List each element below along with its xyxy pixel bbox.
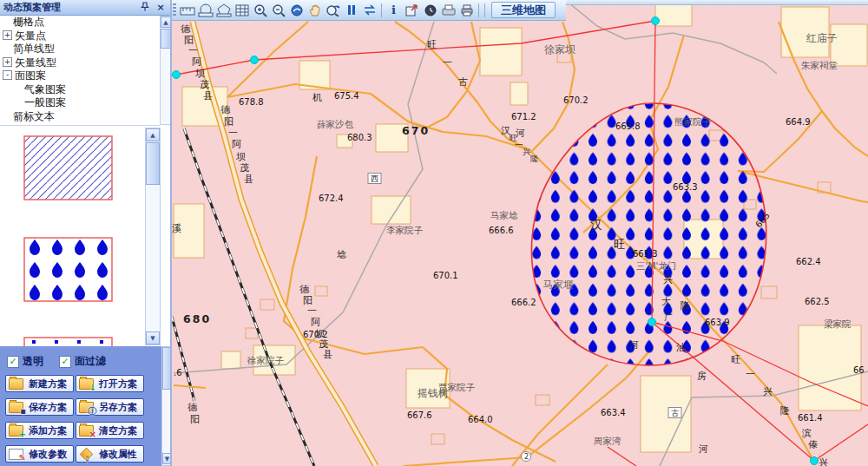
button-修改属性[interactable]: ✎修改属性 [76, 445, 144, 463]
button-保存方案[interactable]: ▪保存方案 [5, 398, 74, 416]
map-label: 663.9 [705, 318, 730, 327]
measure-area-icon[interactable] [196, 2, 214, 18]
measure-distance-icon[interactable] [178, 2, 196, 18]
tree-item-矢量点[interactable]: +矢量点 [0, 30, 160, 43]
tree-item-矢量线型[interactable]: +矢量线型 [0, 56, 160, 70]
grid-icon[interactable] [233, 2, 251, 18]
zoom-previous-icon[interactable] [324, 2, 342, 18]
plan-vertex[interactable] [652, 17, 660, 25]
map-label: 665.8 [615, 121, 641, 131]
map-label: 徐家坝 [544, 43, 575, 56]
plan-vertex[interactable] [648, 318, 656, 326]
checkbox-透明[interactable]: ✓透明 [7, 354, 43, 369]
map-label: 徐家院子 [247, 355, 285, 365]
button-新建方案[interactable]: 新建方案 [5, 375, 74, 392]
tree-item-label: 矢量点 [15, 30, 46, 42]
pin-icon[interactable] [139, 2, 151, 14]
map-label: 663.3 [673, 182, 698, 192]
clock-icon[interactable] [421, 2, 439, 18]
map-label: 兴 [663, 274, 673, 286]
map-label: 熊家院子 [674, 116, 712, 127]
pattern-scroll-thumb[interactable] [146, 142, 160, 185]
collapse-icon[interactable]: - [3, 70, 12, 80]
expand-icon[interactable]: + [3, 57, 12, 67]
folder-icon: × [79, 425, 94, 436]
map-label: 李家院子 [386, 225, 424, 235]
plan-vertex[interactable] [811, 457, 819, 465]
pattern-diagonal-hatch[interactable] [23, 135, 113, 204]
checkbox-box[interactable]: ✓ [59, 356, 71, 368]
pan-hand-icon[interactable] [306, 2, 324, 18]
checkbox-面过滤[interactable]: ✓面过滤 [59, 354, 106, 369]
expand-icon[interactable]: + [3, 30, 12, 40]
pause-icon[interactable] [342, 2, 360, 18]
map-label: 大 [661, 296, 671, 307]
tree-item-气象图案[interactable]: 气象图案 [0, 83, 160, 97]
tree-item-label: 栅格点 [13, 16, 44, 28]
scroll-down-icon[interactable]: ▼ [146, 331, 160, 345]
button-label: 添加方案 [24, 424, 71, 437]
panel-title: 动态预案管理 [3, 2, 61, 13]
map-label: 680 [183, 312, 211, 325]
map-label: 661.4 [798, 413, 823, 423]
map-label: 664.0 [468, 415, 493, 424]
pattern-scrollbar[interactable]: ▲ ▼ [145, 128, 161, 345]
plan-vertex[interactable] [173, 71, 181, 79]
tree-item-label: 面图案 [15, 69, 46, 82]
tree-item-面图案[interactable]: -面图案 [0, 69, 160, 83]
tree-item-label: 简单线型 [13, 43, 55, 55]
map-label: 厂 [664, 312, 673, 322]
measure-polygon-icon[interactable] [214, 2, 233, 18]
map-label: 县 [244, 174, 253, 185]
map-label: 670.2 [563, 95, 589, 105]
pattern-raindrop-grid[interactable] [23, 237, 113, 305]
print-icon[interactable] [457, 2, 476, 18]
button-label: 保存方案 [24, 401, 71, 414]
map-label: 周家湾 [594, 436, 621, 446]
map-label: 马家堰 [542, 279, 574, 291]
map-label: 坝 [236, 151, 246, 162]
refresh-swap-icon[interactable] [360, 2, 378, 18]
map-label: 梁家院 [824, 318, 852, 329]
close-icon[interactable]: × [155, 2, 167, 14]
toolbar-separator [478, 3, 479, 17]
globe-back-icon[interactable] [287, 2, 306, 18]
map-label: 朱家祠堂 [801, 60, 838, 70]
map-label: 675.4 [334, 91, 359, 101]
map-label: 671.2 [511, 112, 536, 121]
layer-tree: 栅格点+矢量点简单线型+矢量线型-面图案气象图案一般图案箭标文本 [0, 16, 160, 125]
button-修改参数[interactable]: ✎修改参数 [5, 445, 74, 463]
zoom-out-icon[interactable] [269, 2, 287, 18]
map-label: 一 [228, 128, 238, 139]
print-preview-icon[interactable] [439, 2, 457, 18]
panel-splitter[interactable] [170, 0, 172, 466]
map-label: 德 [187, 402, 198, 413]
map-canvas[interactable]: 678.8机675.4薛家沙包680.3徐家坝红庙子朱家祠堂664.9671.2… [171, 0, 868, 466]
button-清空方案[interactable]: ×清空方案 [76, 422, 144, 439]
map-label: 隆 [681, 300, 690, 312]
map-label: 一 [746, 369, 755, 380]
export-icon[interactable] [403, 2, 421, 18]
tree-item-箭标文本[interactable]: 箭标文本 [0, 110, 160, 124]
button-另存方案[interactable]: ⓘ另存方案 [76, 398, 144, 416]
map-label: 一 [443, 57, 452, 69]
tree-item-一般图案[interactable]: 一般图案 [0, 96, 160, 110]
map-label: 680.3 [347, 133, 372, 142]
scroll-up-icon[interactable]: ▲ [146, 128, 160, 141]
info-icon[interactable]: i [385, 2, 403, 18]
tree-item-栅格点[interactable]: 栅格点 [0, 16, 160, 30]
zoom-in-icon[interactable] [251, 2, 269, 18]
toolbar-grip[interactable] [173, 3, 176, 17]
map-label: 机 [312, 92, 322, 103]
button-打开方案[interactable]: ↓打开方案 [76, 375, 144, 392]
plan-vertex[interactable] [251, 56, 259, 64]
map-3d-button[interactable]: 三维地图 [491, 2, 556, 18]
checkbox-box[interactable]: ✓ [7, 356, 19, 368]
map-label: 一 [307, 305, 317, 317]
map-label: 河 [699, 443, 708, 455]
map-label: 红庙子 [806, 32, 838, 44]
map-label: 隆 [780, 405, 790, 417]
button-添加方案[interactable]: +添加方案 [5, 422, 74, 439]
toolbar-separator [484, 3, 485, 17]
tree-item-简单线型[interactable]: 简单线型 [0, 43, 160, 56]
